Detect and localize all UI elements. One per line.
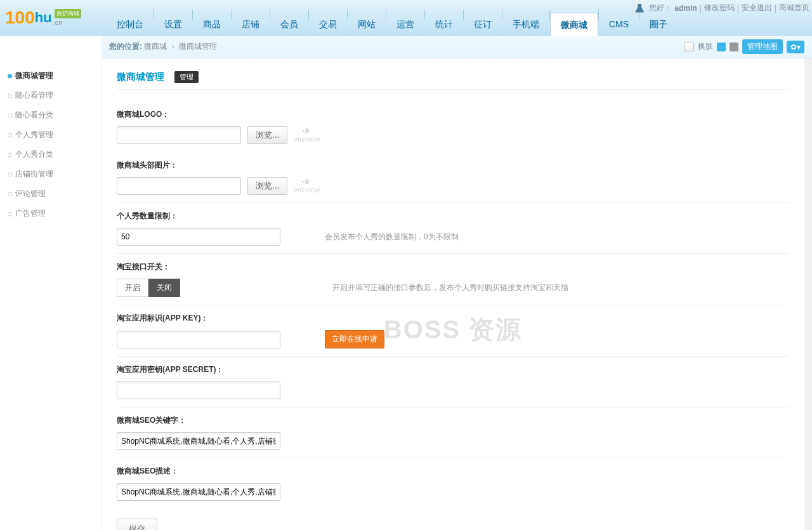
tab-manage[interactable]: 管理 (174, 71, 199, 83)
settings-gear-button[interactable]: ✿▾ (787, 41, 804, 53)
sidebar-item-1[interactable]: 随心看管理 (0, 86, 101, 105)
nav-item-9[interactable]: 征订 (464, 13, 502, 36)
logo-100: 100 (5, 8, 35, 28)
sidebar-item-5[interactable]: 店铺街管理 (0, 164, 101, 184)
breadcrumb: 您的位置: 微商城 › 微商城管理 (109, 41, 684, 52)
sidebar-item-2[interactable]: 随心看分类 (0, 105, 101, 125)
sidebar-item-3[interactable]: 个人秀管理 (0, 125, 101, 145)
limit-hint: 会员发布个人秀的数量限制，0为不限制 (325, 232, 459, 242)
logo-browse-button[interactable]: 浏览... (247, 126, 287, 144)
logo-hu: hu (35, 10, 52, 26)
skin-icon (684, 43, 694, 51)
greeting: 您好： (649, 3, 672, 13)
user-icon (635, 4, 644, 13)
skin-label: 换肤 (698, 41, 713, 52)
seo-keywords-input[interactable] (117, 432, 280, 450)
safe-exit-link[interactable]: 安全退出 (742, 3, 772, 13)
mall-home-link[interactable]: 商城首页 (779, 3, 809, 13)
nav-item-7[interactable]: 运营 (386, 13, 424, 36)
header-img-label: 微商城头部图片： (117, 160, 789, 171)
sidebar-item-4[interactable]: 个人秀分类 (0, 145, 101, 164)
apply-online-button[interactable]: 立即在线申请 (325, 330, 384, 348)
submit-button[interactable]: 提交 (117, 519, 157, 530)
nav-item-5[interactable]: 交易 (309, 13, 347, 36)
content: BOSS 资源 微商城管理 管理 微商城LOGO： 浏览... 👁PREVIEW… (102, 58, 812, 530)
breadcrumb-item-1: 微商城管理 (179, 42, 217, 51)
nav-item-12[interactable]: CMS (599, 13, 639, 36)
nav-item-8[interactable]: 统计 (425, 13, 463, 36)
nav-item-6[interactable]: 网站 (348, 13, 386, 36)
appsecret-label: 淘宝应用密钥(APP SECRET)： (117, 364, 789, 375)
nav-item-3[interactable]: 店铺 (232, 13, 270, 36)
nav-item-2[interactable]: 商品 (193, 13, 231, 36)
limit-label: 个人秀数量限制： (117, 211, 789, 222)
skin-swatch-blue[interactable] (717, 43, 726, 51)
skin-swatch-gray[interactable] (730, 43, 738, 51)
subheader: 您的位置: 微商城 › 微商城管理 换肤 管理地图 ✿▾ (102, 36, 812, 58)
breadcrumb-arrow: › (172, 42, 174, 51)
logo-cn: .cn (53, 18, 63, 26)
appsecret-input[interactable] (117, 381, 280, 399)
sidebar-item-7[interactable]: 广告管理 (0, 204, 101, 223)
nav-item-13[interactable]: 圈子 (639, 13, 678, 36)
preview-icon[interactable]: 👁PREVIEW (294, 178, 320, 194)
logo-badge: 百护商城 (55, 9, 81, 18)
logo: 100hu百护商城.cn (0, 0, 102, 35)
breadcrumb-label: 您的位置: (109, 42, 142, 51)
appkey-label: 淘宝应用标识(APP KEY)： (117, 313, 789, 324)
taobao-toggle: 开启 关闭 (117, 279, 180, 297)
logo-input[interactable] (117, 126, 241, 144)
logo-label: 微商城LOGO： (117, 109, 789, 120)
topbar: 您好： admin | 修改密码 | 安全退出 | 商城首页 (632, 3, 809, 13)
manage-map-button[interactable]: 管理地图 (742, 39, 783, 54)
change-password-link[interactable]: 修改密码 (704, 3, 735, 13)
preview-icon[interactable]: 👁PREVIEW (294, 127, 320, 143)
breadcrumb-item-0[interactable]: 微商城 (144, 42, 167, 51)
nav-item-4[interactable]: 会员 (270, 13, 308, 36)
limit-input[interactable] (117, 228, 280, 246)
nav-item-11[interactable]: 微商城 (550, 13, 598, 36)
sidebar: 微商城管理随心看管理随心看分类个人秀管理个人秀分类店铺街管理评论管理广告管理 (0, 58, 102, 530)
page-title: 微商城管理 (117, 71, 164, 83)
header-browse-button[interactable]: 浏览... (247, 177, 287, 195)
appkey-input[interactable] (117, 331, 280, 348)
sidebar-item-6[interactable]: 评论管理 (0, 184, 101, 204)
seo-desc-input[interactable] (117, 483, 280, 501)
sidebar-item-0[interactable]: 微商城管理 (0, 66, 101, 86)
nav-item-1[interactable]: 设置 (154, 13, 192, 36)
toggle-on[interactable]: 开启 (117, 279, 148, 297)
header-img-input[interactable] (117, 177, 241, 195)
taobao-hint: 开启并填写正确的接口参数后，发布个人秀时购买链接支持淘宝和天猫 (332, 282, 568, 293)
nav-item-10[interactable]: 手机端 (502, 13, 549, 36)
taobao-switch-label: 淘宝接口开关： (117, 262, 789, 272)
toggle-off[interactable]: 关闭 (148, 279, 180, 297)
username-link[interactable]: admin (674, 4, 697, 13)
seo-keywords-label: 微商城SEO关键字： (117, 415, 789, 426)
nav-item-0[interactable]: 控制台 (107, 13, 154, 36)
seo-desc-label: 微商城SEO描述： (117, 466, 789, 477)
